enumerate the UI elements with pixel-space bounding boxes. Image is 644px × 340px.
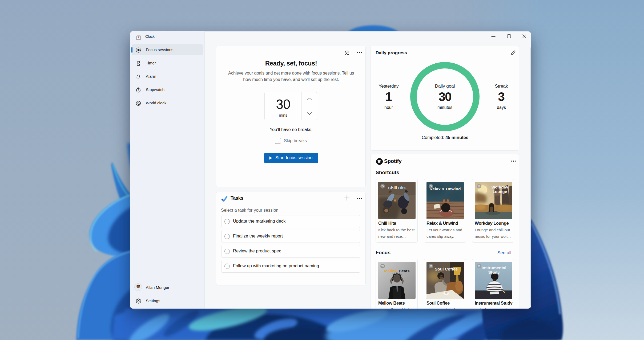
svg-text:Instrumental: Instrumental (481, 265, 506, 270)
svg-text:Lounge: Lounge (493, 189, 507, 194)
svg-text:Relax & Unwind: Relax & Unwind (429, 187, 461, 191)
svg-text:Mellow Beats: Mellow Beats (384, 269, 409, 273)
svg-text:Study: Study (488, 270, 500, 275)
svg-text:Chill Hits: Chill Hits (388, 186, 405, 190)
svg-text:Workday: Workday (491, 185, 508, 189)
svg-text:Soul Coffee: Soul Coffee (435, 267, 458, 271)
